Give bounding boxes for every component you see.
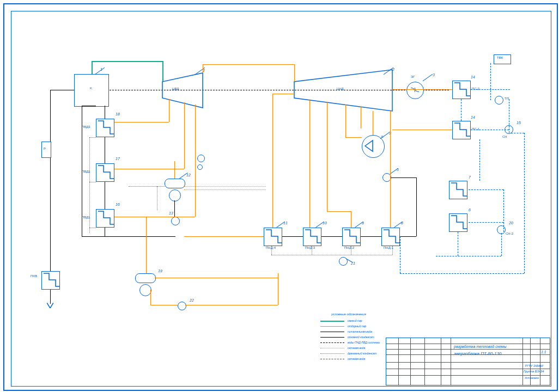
legend-row: сетевая вода	[320, 346, 391, 351]
tank-19	[135, 273, 156, 283]
pvd-3	[96, 119, 114, 137]
boiler-k: K	[74, 74, 109, 107]
heater-6	[449, 213, 467, 232]
legend-row: основной конденсат	[320, 335, 391, 340]
pnd-1	[381, 228, 400, 246]
lp-turbine-shape	[0, 0, 559, 392]
pnd-2	[342, 228, 361, 246]
schematic-diagram: K 1 ЦВД 2 ЦНД 2 ЭГ 3 К 4 5 ПНД-1 8 ПНД-2…	[0, 0, 559, 392]
legend-row: сетевая вода	[320, 357, 391, 362]
title-line1: разработка тепловой схемы	[454, 345, 507, 348]
pump-22	[178, 302, 186, 310]
legend-row: дренажный конденсат	[320, 352, 391, 356]
title-block: разработка тепловой схемы энергоблока ПТ…	[386, 338, 550, 385]
legend: свежий пар отборный пар питательная вода…	[320, 319, 391, 363]
pvd-1	[96, 209, 114, 228]
ps-2	[452, 81, 471, 99]
ps-1	[452, 121, 471, 139]
deaerator	[165, 179, 185, 188]
pnd-3	[303, 228, 321, 246]
legend-row: питательная вода	[320, 330, 391, 334]
hp-turbine-shape	[0, 0, 559, 392]
pump-13	[171, 217, 180, 225]
title-dept: ТГТУ ЭФКМ	[525, 364, 543, 367]
title-scale: 1:1	[541, 350, 546, 354]
heater-7	[449, 181, 467, 199]
pxb	[41, 271, 60, 290]
p-box	[41, 142, 51, 158]
title-spec: Установка	[525, 376, 539, 379]
tp-circle	[495, 96, 503, 105]
legend-row: свежий пар	[320, 319, 391, 323]
pnd-4	[264, 228, 282, 246]
legend-row: воды ПНД-ПВД системы	[320, 341, 391, 345]
title-line2: энергоблока ПТ-80-130	[454, 351, 502, 356]
svg-marker-1	[294, 70, 392, 111]
legend-title: условные обозначения	[331, 313, 366, 316]
legend-row: отборный пар	[320, 324, 391, 329]
title-group: Группа БЭ-34	[524, 370, 544, 373]
pvd-2	[96, 163, 114, 182]
